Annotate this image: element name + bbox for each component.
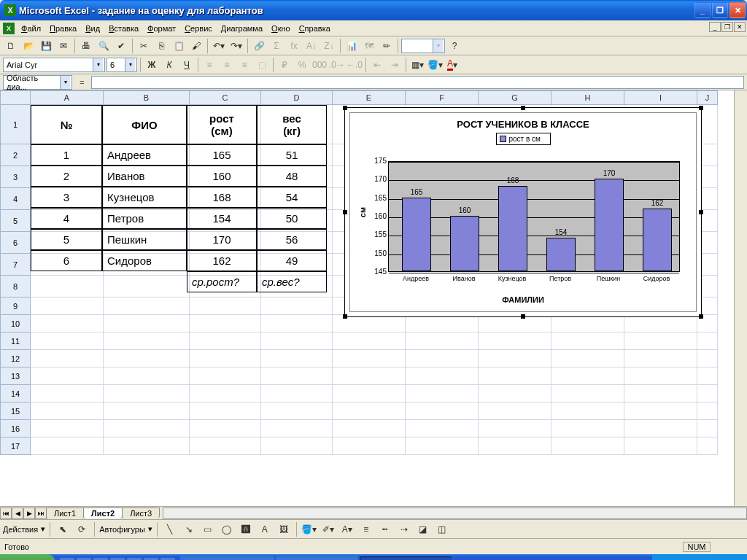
sheet-tab-Лист3[interactable]: Лист3 (122, 508, 160, 518)
line-color-icon[interactable]: ✐▾ (320, 521, 336, 537)
cell-F13[interactable] (406, 368, 479, 385)
cell-E15[interactable] (333, 402, 406, 420)
row-header-16[interactable]: 16 (0, 420, 31, 438)
align-center-icon[interactable]: ≡ (219, 57, 235, 73)
comma-icon[interactable]: 000 (311, 57, 328, 73)
open-icon[interactable]: 📂 (20, 38, 36, 54)
cell-A16[interactable] (31, 420, 104, 438)
cell-J12[interactable] (697, 350, 718, 368)
chart-icon[interactable]: 📊 (344, 38, 360, 54)
bar-Пешкин[interactable] (595, 179, 624, 271)
cell-D15[interactable] (261, 402, 333, 420)
row-header-5[interactable]: 5 (0, 210, 31, 232)
inc-indent-icon[interactable]: ⇥ (387, 57, 403, 73)
print-icon[interactable]: 🖶 (78, 38, 94, 54)
cell-D9[interactable] (261, 298, 333, 315)
cell-H12[interactable] (551, 350, 624, 368)
format-painter-icon[interactable]: 🖌 (188, 38, 204, 54)
task-С:\Мои документ...[interactable]: 📁 С:\Мои документ... (180, 556, 274, 560)
cell-C13[interactable] (190, 368, 261, 385)
copy-icon[interactable]: ⎘ (153, 38, 169, 54)
align-right-icon[interactable]: ≡ (236, 57, 252, 73)
cell-F10[interactable] (406, 315, 479, 332)
menu-Диаграмма[interactable]: Диаграмма (217, 23, 267, 34)
cell-A12[interactable] (31, 350, 104, 368)
col-header-B[interactable]: B (104, 90, 190, 105)
cell-B17[interactable] (104, 438, 190, 455)
col-header-G[interactable]: G (479, 90, 551, 105)
dash-style-icon[interactable]: ┅ (377, 521, 393, 537)
clipart-icon[interactable]: 🖼 (276, 521, 292, 537)
row-header-10[interactable]: 10 (0, 315, 31, 332)
cell-D13[interactable] (261, 368, 333, 385)
cell-B9[interactable] (104, 298, 190, 315)
font-combo[interactable]: Arial Cyr▾ (3, 58, 105, 72)
bold-button[interactable]: Ж (144, 57, 160, 73)
row-header-14[interactable]: 14 (0, 385, 31, 402)
sheet-tab-Лист2[interactable]: Лист2 (83, 508, 123, 518)
borders-icon[interactable]: ▦▾ (409, 57, 425, 73)
cell-E12[interactable] (333, 350, 406, 368)
cell-J17[interactable] (697, 438, 718, 455)
cell-E11[interactable] (333, 332, 406, 350)
tab-prev-icon[interactable]: ◀ (12, 508, 23, 519)
row-header-3[interactable]: 3 (0, 166, 31, 188)
cell-H15[interactable] (551, 402, 624, 420)
sort-asc-icon[interactable]: A↓ (303, 38, 320, 54)
cell-B16[interactable] (104, 420, 190, 438)
col-header-C[interactable]: C (190, 90, 261, 105)
redo-icon[interactable]: ↷▾ (228, 38, 244, 54)
row-header-8[interactable]: 8 (0, 276, 31, 298)
cell-I17[interactable] (624, 438, 697, 455)
cell-F14[interactable] (406, 385, 479, 402)
font-color-icon[interactable]: A▾ (444, 57, 460, 73)
actions-menu[interactable]: Действия (3, 525, 38, 534)
bar-Кузнецов[interactable] (498, 186, 527, 271)
save-icon[interactable]: 💾 (38, 38, 54, 54)
cell-A14[interactable] (31, 385, 104, 402)
menu-Файл[interactable]: Файл (17, 23, 45, 34)
cell-H11[interactable] (551, 332, 624, 350)
cell-E14[interactable] (333, 385, 406, 402)
mdi-restore[interactable]: ❐ (721, 22, 733, 32)
row-header-13[interactable]: 13 (0, 368, 31, 385)
cell-A9[interactable] (31, 298, 104, 315)
fontsize-combo[interactable]: 6▾ (107, 58, 137, 72)
cell-D14[interactable] (261, 385, 333, 402)
cell-D11[interactable] (261, 332, 333, 350)
font-color-draw-icon[interactable]: A▾ (339, 521, 355, 537)
drawing-icon[interactable]: ✏ (379, 38, 395, 54)
shadow-icon[interactable]: ◪ (415, 521, 431, 537)
col-header-E[interactable]: E (333, 90, 406, 105)
cell-I13[interactable] (624, 368, 697, 385)
arrow-style-icon[interactable]: ⇢ (396, 521, 412, 537)
cell-H10[interactable] (551, 315, 624, 332)
function-icon[interactable]: fx (286, 38, 302, 54)
cell-C10[interactable] (190, 315, 261, 332)
col-header-H[interactable]: H (551, 90, 624, 105)
cell-C9[interactable] (190, 298, 261, 315)
row-header-1[interactable]: 1 (0, 105, 31, 144)
rotate-icon[interactable]: ⟳ (74, 521, 90, 537)
preview-icon[interactable]: 🔍 (96, 38, 112, 54)
system-tray[interactable]: RU 🛡 🔊 ◀ ▶ 10:42 (652, 554, 747, 560)
rectangle-icon[interactable]: ▭ (200, 521, 216, 537)
cell-G17[interactable] (479, 438, 551, 455)
autoshapes-menu[interactable]: Автофигуры (99, 525, 145, 534)
cell-A10[interactable] (31, 315, 104, 332)
cell-G12[interactable] (479, 350, 551, 368)
arrow-icon[interactable]: ↘ (181, 521, 197, 537)
3d-icon[interactable]: ◫ (434, 521, 450, 537)
percent-icon[interactable]: % (294, 57, 310, 73)
row-header-15[interactable]: 15 (0, 402, 31, 420)
menu-Вид[interactable]: Вид (81, 23, 104, 34)
dec-decimal-icon[interactable]: ←.0 (347, 57, 363, 73)
vertical-scrollbar[interactable] (734, 90, 747, 506)
row-header-12[interactable]: 12 (0, 350, 31, 368)
fill-icon[interactable]: 🪣▾ (301, 521, 317, 537)
menu-Сервис[interactable]: Сервис (180, 23, 217, 34)
mdi-minimize[interactable]: _ (709, 22, 721, 32)
mdi-close[interactable]: ✕ (734, 22, 746, 32)
cell-F16[interactable] (406, 420, 479, 438)
cell-E13[interactable] (333, 368, 406, 385)
